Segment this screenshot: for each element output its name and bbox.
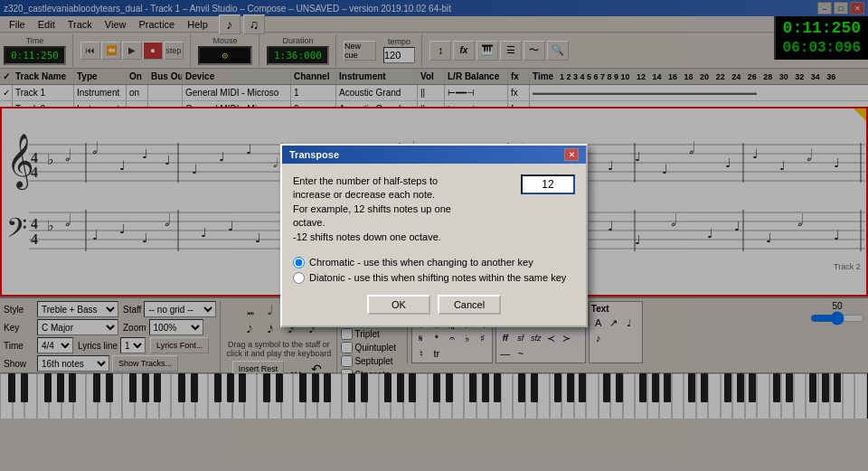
dialog-options: Chromatic - use this when changing to an…: [293, 257, 575, 284]
dialog-close-btn[interactable]: ✕: [564, 148, 579, 161]
chromatic-radio[interactable]: [293, 257, 305, 268]
transpose-value-input[interactable]: [521, 174, 575, 194]
chromatic-label: Chromatic - use this when changing to an…: [309, 257, 533, 268]
dialog-titlebar: Transpose ✕: [282, 146, 586, 164]
dialog-title: Transpose: [289, 149, 339, 160]
dialog-body: Enter the number of half-steps to increa…: [282, 164, 586, 325]
dialog-buttons: OK Cancel: [293, 295, 575, 315]
diatonic-radio[interactable]: [293, 272, 305, 284]
transpose-dialog: Transpose ✕ Enter the number of half-ste…: [280, 144, 588, 327]
dialog-content-row: Enter the number of half-steps to increa…: [293, 174, 575, 251]
dialog-description: Enter the number of half-steps to increa…: [293, 174, 514, 244]
diatonic-option: Diatonic - use this when shifting notes …: [293, 272, 575, 284]
chromatic-option: Chromatic - use this when changing to an…: [293, 257, 575, 268]
ok-button[interactable]: OK: [367, 295, 430, 315]
cancel-button[interactable]: Cancel: [438, 295, 501, 315]
modal-overlay: Transpose ✕ Enter the number of half-ste…: [0, 0, 868, 471]
diatonic-label: Diatonic - use this when shifting notes …: [309, 272, 566, 283]
